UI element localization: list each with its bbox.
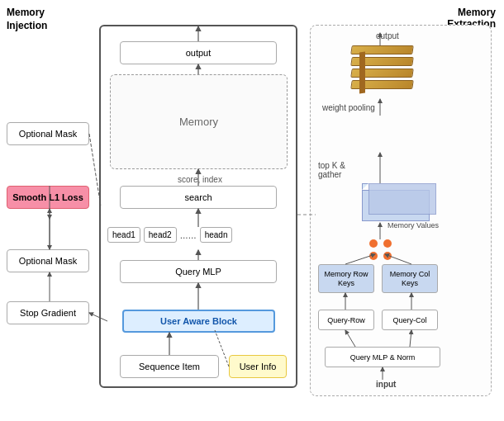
top-k-gather-label: top K &gather	[318, 161, 345, 179]
memory-row-keys-box: Memory Row Keys	[318, 264, 374, 293]
dots-label: ......	[180, 229, 197, 241]
memory-dashed-box: Memory	[110, 74, 288, 169]
user-info-box: User Info	[229, 355, 287, 378]
input-label: input	[376, 380, 396, 389]
search-label: search	[184, 192, 212, 202]
query-row-box: Query-Row	[318, 310, 374, 330]
output-box: output	[120, 41, 277, 64]
query-mlp-box: Query MLP	[120, 260, 277, 283]
headn-box: headn	[200, 227, 233, 243]
weight-pooling-text: weight pooling	[322, 103, 375, 112]
optional-mask-2-box: Optional Mask	[7, 249, 89, 272]
search-box: search	[120, 186, 277, 209]
optional-mask-1-label: Optional Mask	[19, 129, 77, 139]
memory-col-keys-label: Memory Col Keys	[384, 270, 435, 288]
head1-label: head1	[112, 230, 136, 239]
memory-label: Memory	[179, 116, 218, 128]
stop-gradient-box: Stop Gradient	[7, 301, 89, 324]
memory-values-block	[362, 183, 436, 225]
query-mlp-norm-box: Query MLP & Norm	[325, 347, 440, 367]
headn-label: headn	[205, 230, 228, 239]
heads-row: head1 head2 ...... headn	[107, 227, 285, 243]
query-col-box: Query-Col	[382, 310, 438, 330]
optional-mask-1-box: Optional Mask	[7, 122, 89, 145]
sequence-item-label: Sequence Item	[139, 362, 200, 371]
right-output-text: output	[376, 31, 399, 40]
user-aware-box: User Aware Block	[122, 310, 275, 333]
user-aware-label: User Aware Block	[160, 316, 237, 326]
golden-bars	[339, 45, 421, 99]
right-output-label: output	[376, 31, 399, 40]
head2-label: head2	[149, 230, 172, 239]
weight-pooling-label: weight pooling	[322, 103, 375, 112]
optional-mask-2-label: Optional Mask	[19, 256, 77, 266]
memory-row-keys-label: Memory Row Keys	[321, 270, 372, 288]
query-row-label: Query-Row	[327, 316, 365, 324]
head2-box: head2	[144, 227, 177, 243]
query-col-label: Query-Col	[392, 316, 426, 324]
input-text: input	[376, 380, 396, 389]
score-index-text: score, index	[178, 175, 222, 184]
diagram-container: MemoryInjection MemoryExtraction Optiona…	[0, 0, 504, 421]
stop-gradient-label: Stop Gradient	[20, 308, 76, 318]
memory-injection-label: MemoryInjection	[7, 7, 47, 32]
orange-dots	[369, 239, 392, 260]
score-index-label: score, index	[178, 175, 222, 184]
smooth-l1-label: Smooth L1 Loss	[12, 192, 83, 202]
smooth-l1-box: Smooth L1 Loss	[7, 186, 89, 209]
query-mlp-label: Query MLP	[175, 267, 221, 277]
memory-col-keys-box: Memory Col Keys	[382, 264, 438, 293]
output-label: output	[186, 48, 212, 58]
sequence-item-box: Sequence Item	[120, 355, 219, 378]
user-info-label: User Info	[240, 362, 277, 371]
head1-box: head1	[107, 227, 140, 243]
query-mlp-norm-label: Query MLP & Norm	[350, 353, 415, 362]
